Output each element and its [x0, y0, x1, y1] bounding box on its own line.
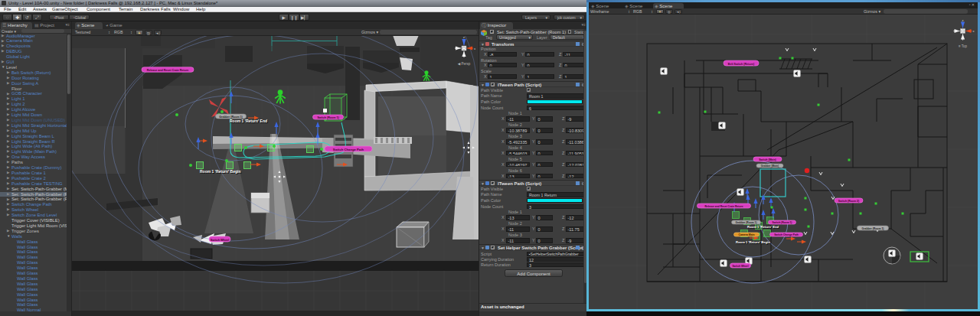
svg-text:≡ Top: ≡ Top [959, 44, 968, 48]
svg-text:Switch Wheel: Switch Wheel [211, 239, 229, 242]
svg-text:Grabber (Room 1): Grabber (Room 1) [862, 226, 884, 230]
svg-text:Room 1 'Return' Begin: Room 1 'Return' Begin [200, 169, 241, 174]
svg-text:Grabber (Room 1): Grabber (Room 1) [735, 220, 756, 223]
svg-text:Grabber (Main): Grabber (Main) [761, 164, 779, 167]
svg-text:Release and Reset Crate Return: Release and Reset Crate Return [704, 204, 743, 207]
svg-text:Switch Change Path: Switch Change Path [333, 148, 364, 151]
svg-text:x: x [973, 29, 975, 33]
svg-text:Switch Wheel: Switch Wheel [732, 264, 748, 267]
svg-text:Switch (Room 1): Switch (Room 1) [317, 116, 339, 119]
svg-text:x: x [474, 47, 475, 50]
svg-text:Switch (Room 2): Switch (Room 2) [838, 199, 859, 202]
svg-text:Belt Switch (Return): Belt Switch (Return) [728, 62, 755, 65]
svg-text:Switch Change Path: Switch Change Path [774, 233, 799, 236]
svg-text:Room 1 'Return' End: Room 1 'Return' End [230, 119, 267, 123]
svg-text:Camera Main: Camera Main [738, 233, 754, 236]
svg-text:Switch (Room 1): Switch (Room 1) [773, 220, 792, 223]
svg-text:Room 1 'Return' Begin: Room 1 'Return' Begin [736, 240, 770, 244]
svg-text:Room 1 'Return' End: Room 1 'Return' End [747, 225, 779, 229]
svg-text:◀ Persp: ◀ Persp [458, 62, 471, 66]
svg-text:z: z [962, 18, 964, 21]
svg-text:z: z [463, 36, 465, 39]
svg-text:Switch (Main): Switch (Main) [759, 158, 776, 161]
svg-text:Release and Reset Crate Return: Release and Reset Crate Return [147, 69, 189, 72]
